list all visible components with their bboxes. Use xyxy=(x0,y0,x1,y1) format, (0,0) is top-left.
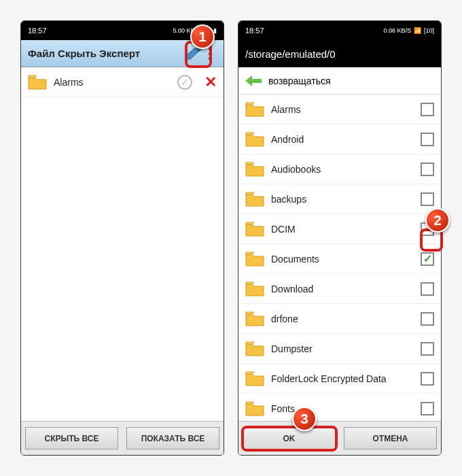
folder-icon xyxy=(245,222,264,237)
folder-icon xyxy=(245,162,264,177)
folder-icon xyxy=(245,371,264,386)
list-item[interactable]: backups xyxy=(238,184,441,214)
list-item[interactable]: drfone xyxy=(238,304,441,334)
folder-name: Fonts xyxy=(271,403,414,414)
cancel-button[interactable]: ОТМЕНА xyxy=(344,427,437,449)
folder-icon xyxy=(245,341,264,356)
phone-left: 18:57 5.00 KB/S 📶 ▮ Файл Скрыть Эксперт … xyxy=(20,20,224,456)
folder-icon xyxy=(245,311,264,326)
folder-list: Alarms Android Audiobooks backups DCIM xyxy=(238,95,441,421)
list-item[interactable]: Alarms xyxy=(238,95,441,124)
wifi-icon: 📶 xyxy=(414,27,421,34)
folder-icon xyxy=(28,75,47,90)
folder-icon xyxy=(245,282,264,296)
bottom-bar: OK ОТМЕНА xyxy=(238,421,441,455)
status-bar: 18:57 0.06 KB/S 📶 [10] xyxy=(238,21,441,40)
folder-icon xyxy=(245,102,264,117)
folder-name: Alarms xyxy=(271,104,414,115)
folder-checkbox[interactable] xyxy=(421,133,434,146)
list-item[interactable]: FolderLock Encrypted Data xyxy=(238,364,441,394)
callout-3: 3 xyxy=(292,407,317,431)
folder-name: DCIM xyxy=(271,224,414,235)
select-toggle[interactable]: ✓ xyxy=(177,75,192,90)
list-item[interactable]: DCIM xyxy=(238,214,441,244)
status-indicators: 0.06 KB/S 📶 [10] xyxy=(383,27,434,34)
list-item[interactable]: Download xyxy=(238,274,441,304)
path-text: /storage/emulated/0 xyxy=(245,48,336,60)
delete-button[interactable]: ✕ xyxy=(205,73,217,91)
folder-checkbox[interactable] xyxy=(421,372,434,386)
list-item[interactable]: Alarms ✓ ✕ xyxy=(21,67,224,97)
folder-checkbox[interactable] xyxy=(421,282,434,296)
callout-2: 2 xyxy=(425,208,450,233)
callout-1: 1 xyxy=(190,24,215,49)
list-item[interactable]: Fonts xyxy=(238,394,441,421)
list-item[interactable]: Android xyxy=(238,124,441,154)
folder-icon xyxy=(245,401,264,416)
list-item[interactable]: Audiobooks xyxy=(238,154,441,184)
bottom-bar: СКРЫТЬ ВСЕ ПОКАЗАТЬ ВСЕ xyxy=(21,421,224,455)
folder-checkbox[interactable] xyxy=(421,252,434,266)
folder-name: backups xyxy=(271,194,414,205)
folder-checkbox[interactable] xyxy=(421,192,434,206)
back-arrow-icon xyxy=(245,75,262,86)
back-label: возвращаться xyxy=(268,75,331,86)
show-all-button[interactable]: ПОКАЗАТЬ ВСЕ xyxy=(126,427,219,449)
folder-name: Download xyxy=(271,284,414,294)
folder-checkbox[interactable] xyxy=(421,103,434,116)
folder-name: drfone xyxy=(271,313,414,324)
status-time: 18:57 xyxy=(245,27,264,35)
ok-button[interactable]: OK xyxy=(243,427,336,449)
folder-name: Android xyxy=(271,134,414,145)
app-title: Файл Скрыть Эксперт xyxy=(28,48,184,59)
path-header: /storage/emulated/0 xyxy=(238,40,441,67)
folder-name: Alarms xyxy=(54,77,171,88)
hide-all-button[interactable]: СКРЫТЬ ВСЕ xyxy=(25,427,118,449)
folder-name: Dumpster xyxy=(271,343,414,354)
folder-name: FolderLock Encrypted Data xyxy=(271,373,414,384)
battery-icon: [10] xyxy=(424,27,434,34)
folder-checkbox[interactable] xyxy=(421,402,434,415)
phone-right: 18:57 0.06 KB/S 📶 [10] /storage/emulated… xyxy=(238,20,442,456)
list-item[interactable]: Documents xyxy=(238,244,441,274)
list-item[interactable]: Dumpster xyxy=(238,334,441,364)
folder-icon xyxy=(245,252,264,267)
folder-checkbox[interactable] xyxy=(421,342,434,356)
folder-checkbox[interactable] xyxy=(421,312,434,326)
status-time: 18:57 xyxy=(28,27,47,35)
folder-checkbox[interactable] xyxy=(421,163,434,176)
folder-icon xyxy=(245,132,264,147)
menu-button[interactable] xyxy=(203,48,217,60)
back-row[interactable]: возвращаться xyxy=(238,67,441,95)
folder-icon xyxy=(245,192,264,207)
folder-name: Audiobooks xyxy=(271,164,414,175)
folder-name: Documents xyxy=(271,254,414,265)
